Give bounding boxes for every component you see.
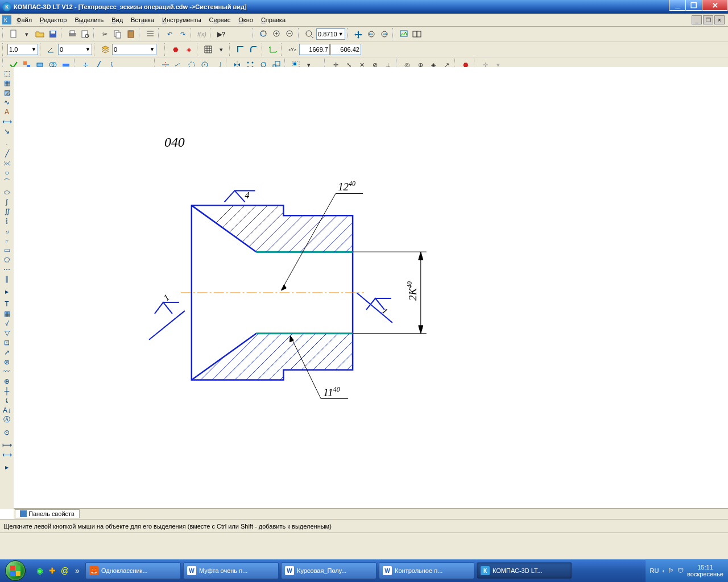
lt-detail-icon[interactable]: Ⓐ xyxy=(1,415,13,425)
new-doc-button[interactable] xyxy=(7,28,20,40)
angle-combo[interactable]: 0▼ xyxy=(58,44,92,55)
lt-base-icon[interactable]: ▽ xyxy=(1,328,13,338)
task-word-2[interactable]: WКурсовая_Полу... xyxy=(281,562,377,579)
menu-file[interactable]: Файл xyxy=(13,15,36,24)
tray-arrow-icon[interactable]: ‹ xyxy=(662,567,664,574)
task-word-1[interactable]: WМуфта очень п... xyxy=(183,562,279,579)
lt-table-icon[interactable]: ▦ xyxy=(1,309,13,318)
menu-insert[interactable]: Вставка xyxy=(127,15,158,24)
lt-section-icon[interactable]: A↓ xyxy=(1,405,13,415)
lt-dim-icon[interactable]: ⟷ xyxy=(1,117,13,126)
coord-y-input[interactable] xyxy=(330,44,361,55)
lt-nurbs-icon[interactable]: ∬ xyxy=(1,206,13,216)
lt-leader-icon[interactable]: ↘ xyxy=(1,126,13,136)
mdi-close-button[interactable]: × xyxy=(714,15,725,24)
cut-button[interactable]: ✂ xyxy=(98,28,111,40)
lt-aux-icon[interactable]: ⋯ xyxy=(1,264,13,274)
print-button[interactable] xyxy=(66,28,78,40)
lt-arrow-icon[interactable]: ↗ xyxy=(1,347,13,357)
lt-view-icon[interactable]: ⤹ xyxy=(1,396,13,405)
preview-button[interactable] xyxy=(79,28,92,40)
zoom-next-button[interactable] xyxy=(378,28,391,40)
lt-hatch-icon[interactable]: ▨ xyxy=(1,88,13,97)
lt-bezier-icon[interactable]: ∫ xyxy=(1,197,13,206)
ortho-button[interactable] xyxy=(234,43,247,56)
zoom-prev-button[interactable] xyxy=(365,28,378,40)
tray-shield-icon[interactable]: 🛡 xyxy=(677,567,684,574)
undo-button[interactable]: ↶ xyxy=(163,28,176,40)
lt-text2-icon[interactable]: T xyxy=(1,299,13,309)
ql-at-icon[interactable]: @ xyxy=(59,563,71,578)
tray-clock[interactable]: 15:11 воскресенье xyxy=(687,564,723,577)
lt-mark2-icon[interactable]: ⊙ xyxy=(1,427,13,437)
lt-grid-icon[interactable]: ▦ xyxy=(1,78,13,88)
task-firefox[interactable]: 🦊Одноклассник... xyxy=(85,562,181,579)
menu-service[interactable]: Сервис xyxy=(205,15,235,24)
lt-rect-icon[interactable]: ▭ xyxy=(1,245,13,255)
fx-button[interactable]: f(x) xyxy=(196,28,208,40)
lt-expand-icon[interactable]: ▸ xyxy=(1,286,13,296)
property-tab[interactable]: Панель свойств xyxy=(15,509,80,518)
mdi-minimize-button[interactable]: _ xyxy=(692,15,702,24)
lt-expand2-icon[interactable]: ▸ xyxy=(1,462,13,472)
lt-tol-icon[interactable]: ⊡ xyxy=(1,338,13,347)
lcs-button[interactable] xyxy=(267,43,279,56)
coord-x-input[interactable] xyxy=(299,44,330,55)
lt-select-icon[interactable]: ⬚ xyxy=(1,68,13,78)
lt-center-icon[interactable]: ⊕ xyxy=(1,376,13,386)
lt-fillet-icon[interactable]: ⟔ xyxy=(1,235,13,245)
ql-utorrent-icon[interactable]: ◉ xyxy=(34,563,46,578)
grid-arrow-button[interactable]: ▾ xyxy=(215,43,228,56)
lt-line-icon[interactable]: ╱ xyxy=(1,148,13,158)
lt-spline-icon[interactable]: ∿ xyxy=(1,97,13,107)
tray-lang[interactable]: RU xyxy=(650,567,659,574)
zoom-value-combo[interactable]: 0.8710▼ xyxy=(316,28,345,40)
lt-polygon-icon[interactable]: ⬠ xyxy=(1,255,13,264)
window-minimize-button[interactable]: _ xyxy=(669,0,686,11)
round-button[interactable] xyxy=(247,43,260,56)
paste-button[interactable] xyxy=(125,28,137,40)
task-word-3[interactable]: WКонтрольное п... xyxy=(379,562,474,579)
redo-button[interactable]: ↷ xyxy=(176,28,189,40)
snap-mid-button[interactable]: ◈ xyxy=(183,43,195,56)
lt-point-icon[interactable]: · xyxy=(1,139,13,148)
canvas[interactable]: 040 xyxy=(14,67,728,509)
task-kompas[interactable]: ККОМПАС-3D LT... xyxy=(477,562,572,579)
lt-chamfer-icon[interactable]: ⟓ xyxy=(1,226,13,235)
mdi-restore-button[interactable]: ❐ xyxy=(703,15,713,24)
zoom-window-button[interactable] xyxy=(303,28,316,40)
lt-equid-icon[interactable]: ∥ xyxy=(1,274,13,284)
grid-button[interactable] xyxy=(202,43,214,56)
snap-end-button[interactable]: ⬣ xyxy=(169,43,182,56)
lt-rough-icon[interactable]: √ xyxy=(1,318,13,328)
lt-polyline-icon[interactable]: ⩙ xyxy=(1,158,13,168)
tray-flag-icon[interactable]: 🏳 xyxy=(668,567,674,574)
menu-help[interactable]: Справка xyxy=(257,15,289,24)
zoom-in-button[interactable] xyxy=(271,28,283,40)
ql-plus-icon[interactable]: ✚ xyxy=(47,563,58,578)
lt-dim1-icon[interactable]: ⟼ xyxy=(1,440,13,450)
open-button[interactable] xyxy=(34,28,46,40)
lt-text-icon[interactable]: A xyxy=(1,107,13,117)
refresh-button[interactable] xyxy=(411,28,423,40)
menu-tools[interactable]: Инструменты xyxy=(158,15,205,24)
properties-button[interactable] xyxy=(144,28,156,40)
save-button[interactable] xyxy=(47,28,59,40)
lt-wave-icon[interactable]: 〰 xyxy=(1,367,13,376)
new-dropdown-button[interactable]: ▾ xyxy=(20,28,33,40)
ql-expand-icon[interactable]: » xyxy=(72,563,83,578)
lt-circle-icon[interactable]: ○ xyxy=(1,168,13,177)
lt-break-icon[interactable]: ⦚ xyxy=(1,216,13,226)
zoom-out-button[interactable] xyxy=(284,28,296,40)
window-close-button[interactable]: ✕ xyxy=(702,0,728,11)
layer-combo[interactable]: 0▼ xyxy=(112,44,156,55)
copy-button[interactable] xyxy=(111,28,124,40)
lt-ellipse-icon[interactable]: ⬭ xyxy=(1,187,13,197)
window-maximize-button[interactable]: ❐ xyxy=(685,0,702,11)
menu-edit[interactable]: Редактор xyxy=(36,15,71,24)
menu-window[interactable]: Окно xyxy=(234,15,257,24)
start-button[interactable] xyxy=(0,559,31,582)
help-cursor-button[interactable]: ▶? xyxy=(215,28,228,40)
lt-dim2-icon[interactable]: ⟷ xyxy=(1,450,13,459)
redraw-button[interactable] xyxy=(398,28,410,40)
